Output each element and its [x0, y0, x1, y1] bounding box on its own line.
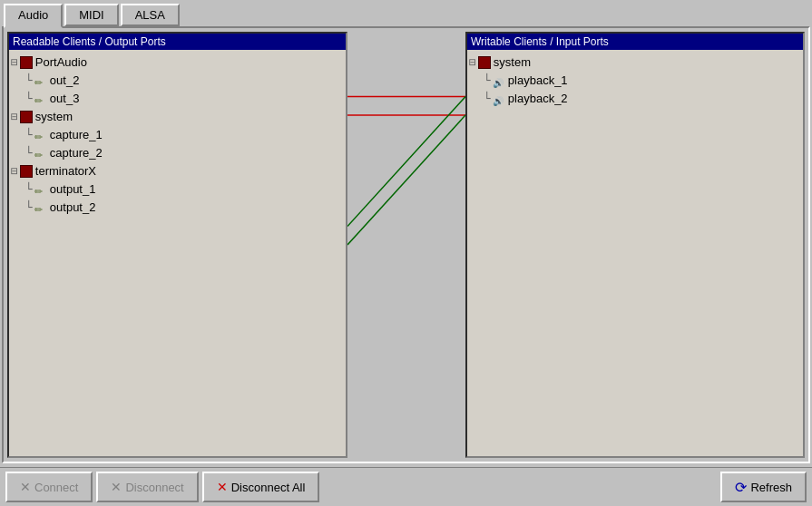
client-system-left-row[interactable]: ⊟ system — [11, 108, 344, 126]
system-left-label: system — [35, 109, 73, 125]
terminatorx-label: terminatorX — [35, 163, 96, 180]
system-left-children: └ capture_1 └ capture_2 — [11, 126, 344, 162]
tab-midi[interactable]: MIDI — [64, 4, 118, 26]
tree-line-out1: └ — [25, 181, 33, 198]
out2-icon — [34, 74, 47, 87]
client-portaudio: ⊟ PortAudio └ out_2 — [11, 54, 344, 108]
connect-icon — [20, 480, 31, 494]
portaudio-label: PortAudio — [35, 54, 87, 71]
right-tree: ⊟ system └ playback_1 — [469, 52, 801, 110]
connections-svg — [347, 32, 465, 458]
output2-label: output_2 — [50, 199, 96, 216]
disconnect-icon — [111, 480, 122, 494]
port-out3: └ out_3 — [25, 90, 344, 108]
right-panel-content[interactable]: ⊟ system └ playback_1 — [467, 50, 803, 456]
tree-line-cap1: └ — [25, 127, 33, 143]
system-right-children: └ playback_1 └ playback_2 — [469, 72, 801, 108]
tab-audio[interactable]: Audio — [4, 4, 63, 28]
capture1-label: capture_1 — [50, 127, 103, 143]
disconnect-all-button[interactable]: Disconnect All — [202, 472, 320, 502]
playback1-icon — [493, 74, 505, 87]
system-right-icon — [478, 56, 491, 69]
port-output1-row[interactable]: └ output_1 — [25, 180, 344, 199]
port-capture1: └ capture_1 — [25, 126, 344, 144]
port-out3-row[interactable]: └ out_3 — [25, 90, 344, 108]
expand-system-right: ⊟ — [469, 54, 476, 71]
left-panel-content[interactable]: ⊟ PortAudio └ out_2 — [9, 50, 346, 456]
refresh-icon — [735, 479, 747, 496]
port-capture1-row[interactable]: └ capture_1 — [25, 126, 344, 144]
system-right-label: system — [494, 54, 531, 71]
tree-line-pb2: └ — [484, 91, 491, 107]
client-system-right-row[interactable]: ⊟ system — [469, 54, 801, 72]
connect-button[interactable]: Connect — [5, 472, 93, 502]
terminatorx-children: └ output_1 └ output_2 — [11, 180, 344, 217]
capture2-label: capture_2 — [50, 145, 103, 161]
port-out2: └ out_2 — [25, 72, 344, 90]
portaudio-children: └ out_2 └ out_3 — [11, 72, 344, 108]
disconnect-all-label: Disconnect All — [231, 481, 306, 494]
port-output1: └ output_1 — [25, 180, 344, 199]
connect-label: Connect — [34, 481, 78, 494]
disconnect-button[interactable]: Disconnect — [96, 472, 198, 502]
output1-label: output_1 — [50, 181, 96, 198]
tree-line-out2b: └ — [25, 199, 33, 216]
refresh-button[interactable]: Refresh — [720, 472, 807, 502]
tree-line-pb1: └ — [484, 73, 491, 89]
port-playback1: └ playback_1 — [484, 72, 801, 90]
right-panel: Writable Clients / Input Ports ⊟ system — [465, 32, 805, 458]
tab-bar: Audio MIDI ALSA — [0, 0, 812, 26]
capture2-icon — [34, 147, 47, 160]
client-system-left: ⊟ system └ capture_1 — [11, 108, 344, 162]
expand-terminatorx: ⊟ — [11, 163, 18, 180]
refresh-label: Refresh — [750, 481, 792, 494]
left-panel-title: Readable Clients / Output Ports — [9, 34, 346, 50]
content-area: Readable Clients / Output Ports ⊟ PortAu… — [2, 26, 810, 463]
disconnect-all-icon — [217, 480, 228, 494]
right-panel-title: Writable Clients / Input Ports — [467, 34, 803, 50]
tree-line-cap2: └ — [25, 145, 33, 161]
bottom-bar: Connect Disconnect Disconnect All Refres… — [0, 467, 812, 506]
port-capture2: └ capture_2 — [25, 144, 344, 162]
panels-row: Readable Clients / Output Ports ⊟ PortAu… — [7, 32, 805, 458]
disconnect-label: Disconnect — [125, 481, 183, 494]
expand-portaudio: ⊟ — [11, 54, 18, 71]
client-portaudio-row[interactable]: ⊟ PortAudio — [11, 54, 344, 72]
tab-alsa[interactable]: ALSA — [121, 4, 180, 26]
port-playback1-row[interactable]: └ playback_1 — [484, 72, 801, 90]
left-panel: Readable Clients / Output Ports ⊟ PortAu… — [7, 32, 347, 458]
output2-icon — [34, 201, 47, 214]
port-capture2-row[interactable]: └ capture_2 — [25, 144, 344, 162]
bottom-left-buttons: Connect Disconnect Disconnect All — [5, 472, 319, 502]
tree-line-out2: └ — [25, 73, 33, 89]
output1-icon — [34, 183, 47, 196]
portaudio-icon — [20, 56, 33, 69]
port-output2-row[interactable]: └ output_2 — [25, 199, 344, 217]
middle-area — [347, 32, 465, 458]
port-output2: └ output_2 — [25, 199, 344, 217]
system-left-icon — [20, 111, 33, 123]
tree-line-out3: └ — [25, 91, 33, 107]
playback1-label: playback_1 — [508, 73, 568, 89]
client-system-right: ⊟ system └ playback_1 — [469, 54, 801, 108]
svg-line-2 — [347, 97, 465, 227]
out2-label: out_2 — [50, 73, 80, 89]
port-out2-row[interactable]: └ out_2 — [25, 72, 344, 90]
port-playback2-row[interactable]: └ playback_2 — [484, 90, 801, 108]
port-playback2: └ playback_2 — [484, 90, 801, 108]
terminatorx-icon — [20, 165, 33, 178]
svg-line-3 — [347, 115, 465, 245]
expand-system-left: ⊟ — [11, 109, 18, 125]
out3-label: out_3 — [50, 91, 80, 107]
client-terminatorx-row[interactable]: ⊟ terminatorX — [11, 162, 344, 180]
out3-icon — [34, 92, 47, 105]
left-tree: ⊟ PortAudio └ out_2 — [11, 52, 344, 219]
main-window: Audio MIDI ALSA Readable Clients / Outpu… — [0, 0, 812, 506]
capture1-icon — [34, 129, 47, 141]
playback2-icon — [493, 92, 505, 105]
playback2-label: playback_2 — [508, 91, 568, 107]
client-terminatorx: ⊟ terminatorX └ output_1 — [11, 162, 344, 217]
